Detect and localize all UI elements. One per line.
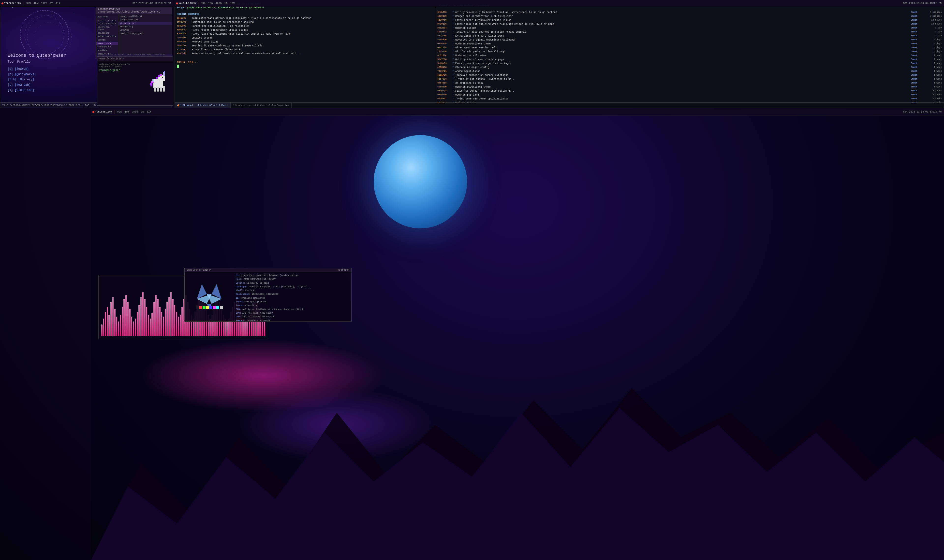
files-sidebar: ald-hope selenized-dark selenized-dark s…: [96, 14, 118, 58]
visualizer-bar: [116, 317, 117, 336]
files-theme-aldhope[interactable]: ald-hope: [96, 15, 118, 18]
qute-title: Welcome to Qutebrowser: [8, 53, 66, 58]
visualizer-bar: [170, 292, 172, 336]
file-item-bg256[interactable]: background256.txt: [118, 15, 172, 18]
qute-statusbar-text: file:///home/emmet/.browser/Tech/config/…: [2, 104, 100, 106]
neofetch-line: GPU: AMD ATI Radeon RS 6800M: [236, 311, 349, 315]
git-log-item: 8c515bc*Updated install notesEmmet1 week: [437, 54, 942, 58]
file-item-license[interactable]: LICENSE: [118, 29, 172, 32]
files-theme-ubuntu[interactable]: ubuntu: [96, 38, 118, 42]
visualizer-bar: [135, 318, 136, 336]
git-cursor: [177, 65, 433, 68]
file-item-bg[interactable]: background.txt: [118, 18, 172, 22]
pokemon-name: rapidash-galar: [99, 69, 142, 72]
visualizer-bar: [127, 302, 129, 336]
git-statusbar-right: 11k magit-log: .dotfiles 1:0 Top Magit L…: [231, 103, 292, 108]
visualizer-bar: [142, 292, 143, 336]
taskbar-indicator-right: [176, 3, 178, 5]
git-log-item: 79a6f21*Added magit-todosEmmet1 week: [437, 69, 942, 74]
visualizer-bar: [181, 307, 183, 336]
svg-rect-27: [150, 83, 153, 85]
git-log-item: 770548e*Fix for nix parser on install.or…: [437, 50, 942, 54]
git-commits-list: dee0888main gitea/main gitlab/main githu…: [177, 17, 433, 56]
qute-link-quickmarks[interactable]: [b] [Quickmarks]: [8, 72, 66, 77]
git-commit-item: 2774c0cExtra lines to ensure flakes work: [177, 48, 433, 52]
taskbar-bat-r: 11%: [229, 2, 236, 5]
taskbar-bottom-sep: [114, 110, 115, 114]
files-theme-win95[interactable]: windows-95: [96, 45, 118, 49]
visualizer-bar: [137, 312, 138, 336]
git-log-list: 3fab308*main gitea/main github/main Fixe…: [437, 11, 942, 102]
rapidash-sprite: [146, 69, 171, 96]
neofetch-line: Uptime: 19 hours, 35 mins: [236, 282, 349, 285]
neofetch-info: OS: NixOS 23.11.20231102.f4896ab (Tapir)…: [234, 272, 351, 320]
taskbar-clock-right: Sat 2023-11-04 02:13:20 PM: [903, 2, 944, 5]
qute-text: Welcome to Qutebrowser Tech Profile [o] …: [8, 53, 66, 93]
visualizer-bar: [101, 325, 102, 336]
taskbar-item-youtube-right[interactable]: Youtube 100%: [174, 2, 197, 5]
git-statusbar-left: 1.8k magit: .dotfiles 32:0 All Magit: [175, 103, 231, 108]
file-item-yaml[interactable]: uwwunicorn-yt.yaml: [118, 32, 172, 35]
taskbar-bottom-youtube[interactable]: Youtube 100%: [91, 111, 114, 113]
taskbar-bottom-bat: 11%: [145, 111, 153, 113]
svg-rect-25: [163, 91, 165, 92]
git-log-item: 8700c68*Fixes flake not building when fl…: [437, 22, 942, 26]
neofetch-line: Packages: 1583 (nix-system), 2792 (nix-u…: [236, 285, 349, 289]
taskbar-indicator: [2, 3, 3, 5]
git-log-item: d774c0c*Extra lines to ensure flakes wor…: [437, 34, 942, 38]
files-theme-sel1[interactable]: selenized-dark: [96, 18, 118, 22]
nixos-logo: [194, 282, 224, 311]
file-item-polarity[interactable]: polarity.txt: [118, 22, 172, 25]
svg-rect-28: [150, 85, 153, 86]
visualizer-bar: [129, 309, 131, 336]
qute-link-newtab[interactable]: [t] [New tab]: [8, 83, 66, 88]
svg-rect-43: [206, 306, 209, 309]
files-theme-uwwunicorn[interactable]: uwwunicorn: [96, 42, 118, 45]
svg-rect-31: [159, 80, 160, 82]
qute-link-history[interactable]: [S h] [History]: [8, 77, 66, 83]
mountain-svg: [91, 363, 944, 560]
taskbar-item-youtube-left[interactable]: Youtube 100%: [0, 2, 23, 5]
git-panes: Head: main main Fixed all screenshots to…: [175, 0, 944, 102]
svg-rect-16: [156, 77, 158, 78]
files-theme-woodland[interactable]: woodland: [96, 49, 118, 52]
svg-rect-29: [153, 79, 154, 82]
bottom-area: emmet@snowflair:~ neofetch: [91, 115, 944, 560]
svg-rect-30: [161, 78, 162, 79]
taskbar-mem: 10%: [32, 2, 40, 5]
git-log-item: 025e838*Updated uwwunicorn themeEmmet6 d…: [437, 42, 942, 46]
neofetch-line: CPU: AMD Ryzen 9 5900HX with Radeon Grap…: [236, 308, 349, 311]
taskbar-top-right: Youtube 100% 59% 10% 100% 1% 11% Sat 202…: [174, 0, 944, 7]
file-item-readme[interactable]: README.org: [118, 25, 172, 29]
taskbar-mem-r: 10%: [207, 2, 214, 5]
taskbar-clock-left: Sat 2023-11-04 02:13:20 PM: [133, 2, 173, 5]
visualizer-bar: [133, 322, 134, 336]
git-log-item: e5d0951*Trying some new power optimizati…: [437, 97, 942, 101]
visualizer-bar: [245, 322, 247, 336]
files-theme-sel2[interactable]: selenized-dark: [96, 22, 118, 26]
git-status-pane: Head: main main Fixed all screenshots to…: [175, 0, 435, 102]
window-pokemon: emmet@snowflair:~ pokemon-colorscripts -…: [97, 57, 173, 106]
qute-link-search[interactable]: [o] [Search]: [8, 66, 66, 72]
visualizer-bar: [108, 315, 110, 336]
visualizer-bar: [146, 307, 148, 336]
visualizer-bar: [157, 299, 159, 336]
svg-rect-17: [162, 77, 163, 78]
svg-rect-46: [216, 306, 219, 309]
taskbar-disk: 100%: [40, 2, 48, 5]
visualizer-bar: [174, 305, 176, 336]
taskbar-bottom-cpu: 59%: [116, 111, 123, 113]
visualizer-bar: [131, 317, 133, 336]
git-status-indicator: [177, 105, 179, 106]
visualizer-bar: [148, 315, 149, 336]
visualizer-bar: [125, 295, 127, 336]
files-theme-sellight[interactable]: selenized-light: [96, 26, 118, 31]
files-theme-sel3[interactable]: selenized-dark: [96, 35, 118, 38]
taskbar-clock-bottom: Sat 2023-11-04 02:13:20 PM: [903, 111, 944, 113]
visualizer-bar: [110, 302, 112, 336]
qute-link-closetab[interactable]: [x] [Close tab]: [8, 88, 66, 93]
visualizer-bar: [178, 317, 179, 336]
taskbar-bottom-indicator: [93, 111, 94, 113]
neofetch-line: OS: NixOS 23.11.20231102.f4896ab (Tapir)…: [236, 274, 349, 277]
files-theme-spacedark[interactable]: spacedark: [96, 31, 118, 35]
